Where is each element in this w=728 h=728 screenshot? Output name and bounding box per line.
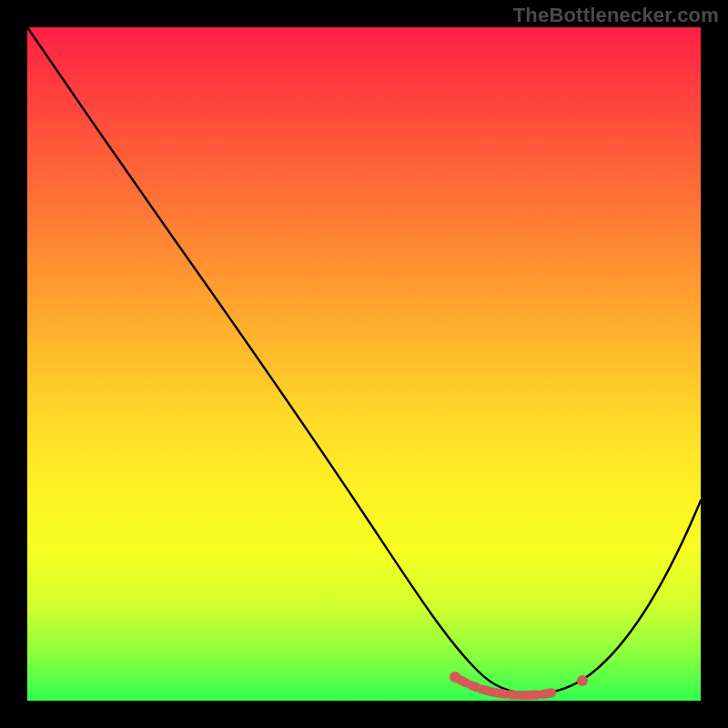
bottleneck-curve [27,27,701,693]
chart-frame: TheBottlenecker.com [0,0,728,728]
watermark-text: TheBottlenecker.com [513,4,719,27]
highlight-start-dot [450,672,460,682]
optimal-range-highlight [455,677,582,695]
curve-svg [27,27,701,701]
highlight-end-dot [577,675,588,686]
plot-area [27,27,701,701]
